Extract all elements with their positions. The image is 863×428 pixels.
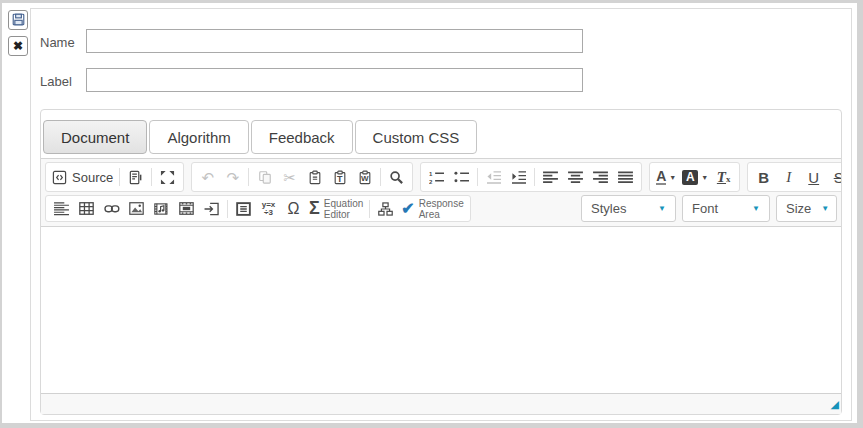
toolbar-group-document: Source [45,162,184,192]
templates-button[interactable] [123,165,148,189]
video-button[interactable] [174,197,199,221]
image-button[interactable] [124,197,149,221]
background-color-button[interactable]: A ▼ [679,165,711,189]
special-character-button[interactable]: Ω [281,197,306,221]
size-combo[interactable]: Size ▼ [776,195,837,222]
toolbar-separator [477,168,478,186]
strikethrough-button[interactable]: S [826,165,841,189]
text-block-button[interactable] [231,197,256,221]
check-icon: ✔ [401,199,414,218]
label-field-label: Label [40,74,72,89]
redo-button[interactable]: ↷ [220,165,245,189]
label-input[interactable] [86,68,583,92]
toolbar-group-paragraph: 12 [420,162,642,192]
source-button-label: Source [72,170,113,185]
toolbar-separator [380,168,381,186]
simple-equation-button[interactable]: y=x ÷3 [256,197,281,221]
iframe-button[interactable] [199,197,224,221]
align-left-icon [543,171,558,184]
numbered-list-icon: 12 [429,170,445,184]
styles-combo[interactable]: Styles ▼ [581,195,676,222]
bold-button[interactable]: B [751,165,776,189]
align-left-button[interactable] [538,165,563,189]
tab-algorithm[interactable]: Algorithm [149,120,248,154]
table-button[interactable] [74,197,99,221]
toolbar-row-1: Source [45,162,837,192]
italic-button[interactable]: I [776,165,801,189]
horizontal-line-button[interactable] [49,197,74,221]
align-center-button[interactable] [563,165,588,189]
chevron-down-icon: ▼ [669,174,676,181]
toolbar-group-basicstyles: B I U S x₂ x² [747,162,841,192]
save-button[interactable] [8,10,28,30]
styles-combo-label: Styles [591,201,626,216]
text-block-icon [236,202,251,216]
toolbar-separator [151,168,152,186]
close-button[interactable]: ✖ [8,36,28,56]
undo-button[interactable]: ↶ [195,165,220,189]
align-right-icon [593,171,608,184]
chevron-down-icon: ▼ [658,204,666,213]
justify-button[interactable] [613,165,638,189]
equation-editor-label: Equation Editor [324,198,363,220]
maximize-icon [160,170,175,185]
search-icon [389,170,404,185]
toolbar-separator [227,200,228,218]
link-icon-button[interactable] [99,197,124,221]
item-editor-panel: Name Label Document Algorithm Feedback C… [30,8,852,421]
toolbar-separator [119,168,120,186]
editor-status-bar: ◢ [41,393,841,414]
sitemap-button[interactable] [373,197,398,221]
copy-button[interactable] [252,165,277,189]
align-right-button[interactable] [588,165,613,189]
remove-format-icon: Tx [717,169,731,186]
response-area-button[interactable]: ✔ Response Area [398,197,466,221]
audio-media-button[interactable] [149,197,174,221]
chevron-down-icon: ▼ [752,204,760,213]
audio-media-icon [154,202,170,216]
chevron-down-icon: ▼ [821,204,829,213]
name-input[interactable] [86,29,583,53]
editor-content-area[interactable] [41,226,841,393]
tab-custom-css[interactable]: Custom CSS [355,120,478,154]
tab-bar: Document Algorithm Feedback Custom CSS [41,110,841,158]
table-icon [79,202,94,215]
response-area-label: Response Area [419,198,464,220]
resize-handle-icon[interactable]: ◢ [831,399,839,410]
remove-format-button[interactable]: Tx [711,165,736,189]
text-color-button[interactable]: A ▼ [653,165,679,189]
equation-editor-button[interactable]: Σ Equation Editor [306,197,366,221]
find-button[interactable] [384,165,409,189]
decrease-indent-icon [486,170,502,184]
toolbar-row-2: y=x ÷3 Ω Σ Equation [45,195,837,222]
paste-plain-text-icon: T [333,170,347,185]
video-icon [179,202,194,215]
iframe-icon [204,202,220,216]
cut-button[interactable]: ✂ [277,165,302,189]
editor-toolbar: Source [41,159,841,226]
tab-feedback[interactable]: Feedback [251,120,353,154]
tab-document[interactable]: Document [43,120,147,154]
paste-plain-text-button[interactable]: T [327,165,352,189]
underline-button[interactable]: U [801,165,826,189]
link-icon [104,204,120,214]
paste-button[interactable] [302,165,327,189]
close-icon: ✖ [13,39,23,53]
copy-icon [258,170,272,184]
bulleted-list-button[interactable] [449,165,474,189]
name-field-label: Name [40,35,75,50]
image-icon [129,202,144,215]
paste-from-word-button[interactable]: W [352,165,377,189]
save-icon [12,13,25,28]
increase-indent-button[interactable] [506,165,531,189]
decrease-indent-button[interactable] [481,165,506,189]
font-combo[interactable]: Font ▼ [682,195,770,222]
numbered-list-button[interactable]: 12 [424,165,449,189]
paste-icon [308,170,322,185]
editor-window: ✖ Name Label Document Algorithm Feedback… [0,0,863,428]
background-color-icon: A [682,170,698,185]
source-button[interactable]: Source [49,165,116,189]
toolbar-separator [248,168,249,186]
svg-text:1: 1 [429,171,433,177]
maximize-button[interactable] [155,165,180,189]
